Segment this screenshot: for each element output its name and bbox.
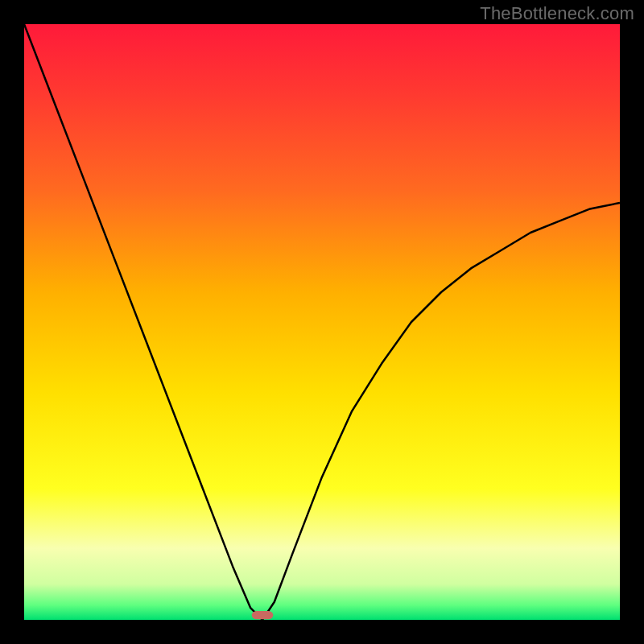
chart-frame: TheBottleneck.com	[0, 0, 644, 644]
bottleneck-chart	[24, 24, 620, 620]
plot-area	[24, 24, 620, 620]
gradient-background	[24, 24, 620, 620]
optimal-marker	[252, 611, 274, 619]
watermark-text: TheBottleneck.com	[480, 3, 634, 24]
